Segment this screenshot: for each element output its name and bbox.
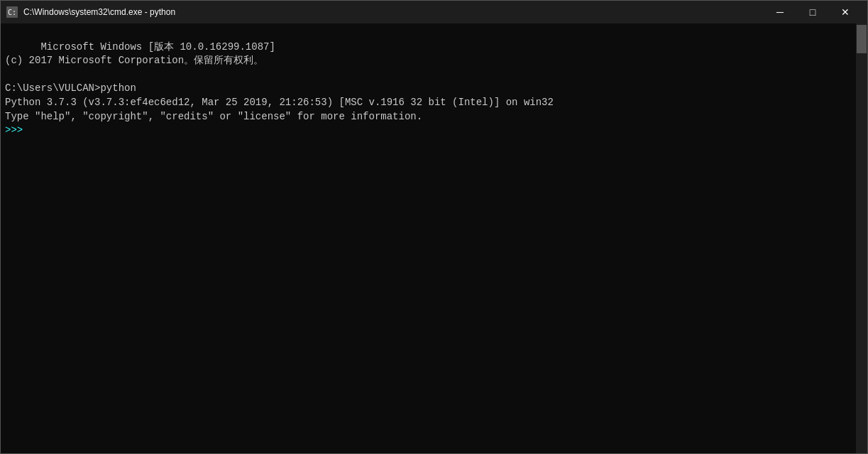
scrollbar[interactable] xyxy=(856,23,867,453)
line-1: Microsoft Windows [版本 10.0.16299.1087] xyxy=(40,41,275,53)
line-3: C:\Users\VULCAN>python xyxy=(5,82,136,94)
title-bar: C: C:\Windows\system32\cmd.exe - python … xyxy=(1,1,867,23)
line-5: Type "help", "copyright", "credits" or "… xyxy=(5,111,422,122)
scrollbar-thumb[interactable] xyxy=(857,25,867,53)
cmd-window: C: C:\Windows\system32\cmd.exe - python … xyxy=(0,0,868,454)
close-button[interactable]: ✕ xyxy=(829,1,862,23)
line-4: Python 3.7.3 (v3.7.3:ef4ec6ed12, Mar 25 … xyxy=(5,97,554,108)
line-2: (c) 2017 Microsoft Corporation。保留所有权利。 xyxy=(5,55,263,66)
maximize-button[interactable]: □ xyxy=(796,1,829,23)
window-controls: ─ □ ✕ xyxy=(764,1,862,23)
title-bar-left: C: C:\Windows\system32\cmd.exe - python xyxy=(6,6,175,18)
line-6: >>> xyxy=(5,124,29,136)
svg-text:C:: C: xyxy=(8,9,16,16)
window-title: C:\Windows\system32\cmd.exe - python xyxy=(23,7,175,17)
console-body: Microsoft Windows [版本 10.0.16299.1087] (… xyxy=(1,23,867,453)
console-output[interactable]: Microsoft Windows [版本 10.0.16299.1087] (… xyxy=(1,23,856,453)
minimize-button[interactable]: ─ xyxy=(764,1,796,23)
cmd-icon: C: xyxy=(6,6,18,18)
